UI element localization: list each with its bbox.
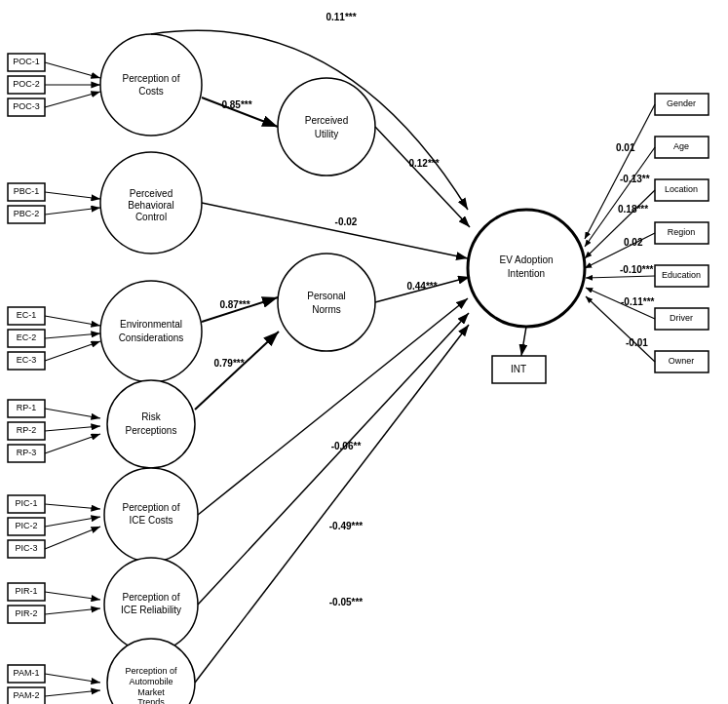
pbc-label-line3: Control [135, 212, 167, 222]
ev-label-line1: EV Adoption [499, 254, 553, 265]
gender-value: 0.01 [616, 142, 635, 153]
rp3-label: RP-3 [17, 448, 37, 457]
int-label: INT [511, 364, 526, 374]
pn-circle [278, 254, 375, 351]
age-arrow [585, 147, 655, 247]
pic-label-line2: ICE Costs [129, 515, 172, 526]
pbc-to-ev-label: -0.02 [335, 216, 358, 227]
ec1-label: EC-1 [17, 310, 37, 320]
region-label: Region [668, 227, 696, 237]
pic2-arrow [45, 517, 100, 527]
pam-to-ev-arrow [195, 325, 469, 683]
pu-to-ev-label: 0.12*** [408, 158, 439, 169]
pir1-arrow [45, 592, 100, 600]
pbc2-label: PBC-2 [14, 209, 40, 218]
gender-arrow [585, 104, 655, 239]
poc3-label: POC-3 [13, 101, 40, 111]
rp1-arrow [45, 409, 100, 418]
pu-to-ev-arrow [375, 127, 470, 227]
pir1-label: PIR-1 [15, 586, 37, 596]
pic3-arrow [45, 527, 100, 549]
pbc-to-ev-arrow [202, 203, 468, 258]
rp-label-line1: Risk [141, 411, 161, 422]
gender-label: Gender [667, 98, 696, 108]
poc1-arrow [45, 62, 100, 78]
age-label: Age [673, 141, 689, 151]
pir-label-line1: Perception of [123, 592, 180, 603]
driver-value: -0.11*** [621, 296, 655, 307]
education-label: Education [662, 270, 701, 280]
ec2-label: EC-2 [17, 332, 37, 342]
pam1-label: PAM-1 [14, 668, 40, 678]
location-label: Location [665, 184, 698, 194]
rp-to-pn-arrow [195, 332, 279, 410]
owner-label: Owner [669, 356, 695, 366]
poc-to-ev-label: 0.11*** [326, 12, 356, 22]
pic-label-line1: Perception of [123, 502, 180, 513]
rp2-label: RP-2 [17, 425, 37, 435]
education-value: -0.10*** [620, 264, 654, 275]
poc-label-line2: Costs [138, 86, 164, 97]
rp-label-line2: Perceptions [126, 425, 177, 436]
path-diagram: POC-1 POC-2 POC-3 PBC-1 PBC-2 EC-1 EC-2 … [0, 0, 728, 704]
pic1-label: PIC-1 [15, 498, 37, 508]
pam1-arrow [45, 674, 100, 683]
ec-label-line1: Environmental [120, 319, 182, 330]
pir2-arrow [45, 608, 100, 614]
pbc1-label: PBC-1 [14, 186, 40, 196]
pam-label-line4: Trends [137, 697, 165, 704]
pir-label-line2: ICE Reliability [121, 605, 181, 615]
pam2-label: PAM-2 [14, 690, 40, 700]
pu-label-line2: Utility [315, 129, 338, 139]
pn-label-line1: Personal [307, 291, 345, 301]
poc1-label: POC-1 [13, 57, 40, 66]
poc-label-line1: Perception of [123, 73, 180, 84]
pbc-label-line2: Behavioral [128, 200, 173, 211]
pbc1-arrow [45, 192, 100, 199]
pbc2-arrow [45, 208, 100, 215]
region-arrow [585, 233, 655, 268]
pam-label-line2: Automobile [129, 677, 172, 686]
owner-value: -0.01 [626, 337, 648, 348]
poc2-label: POC-2 [13, 79, 40, 89]
ec3-label: EC-3 [17, 355, 37, 365]
pam-to-ev-label: -0.05*** [329, 597, 364, 607]
pam-label-line1: Perception of [125, 666, 177, 676]
ec3-arrow [45, 341, 100, 361]
ev-to-int-arrow [521, 327, 526, 356]
pu-circle [278, 78, 375, 176]
pam-label-line3: Market [137, 687, 165, 697]
pbc-label-line1: Perceived [130, 188, 172, 199]
location-value: 0.18*** [618, 204, 648, 215]
poc-to-pu-label: 0.85*** [221, 99, 251, 110]
location-arrow [585, 190, 655, 258]
ec-label-line2: Considerations [119, 332, 184, 343]
driver-label: Driver [670, 313, 693, 323]
pic1-arrow [45, 504, 100, 509]
ec1-arrow [45, 316, 100, 326]
rp1-label: RP-1 [17, 403, 37, 412]
age-value: -0.13** [620, 174, 650, 184]
pu-label-line1: Perceived [305, 115, 348, 126]
pam2-arrow [45, 690, 100, 696]
ec2-arrow [45, 333, 100, 338]
rp3-arrow [45, 434, 100, 453]
ev-label-line2: Intention [508, 268, 545, 279]
pn-to-ev-label: 0.44*** [406, 281, 437, 292]
pic3-label: PIC-3 [15, 543, 37, 553]
rp2-arrow [45, 426, 100, 431]
region-value: 0.02 [624, 237, 643, 248]
rp-to-pn-label: 0.79*** [213, 358, 244, 369]
pir2-label: PIR-2 [15, 608, 37, 618]
poc3-arrow [45, 92, 100, 107]
pn-label-line2: Norms [312, 304, 340, 315]
pic2-label: PIC-2 [15, 521, 37, 530]
education-arrow [586, 276, 655, 278]
pir-to-ev-label: -0.49*** [329, 521, 364, 531]
ec-to-pn-label: 0.87*** [219, 299, 249, 310]
